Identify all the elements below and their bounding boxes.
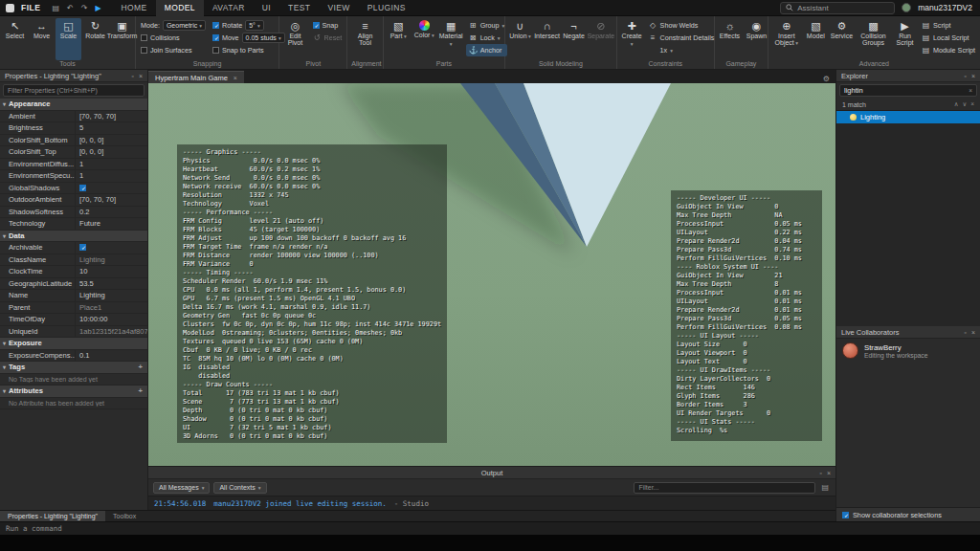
parts-small-button[interactable]: ⚓ Anchor [466,44,508,56]
align-tool-button[interactable]: ≡ Align Tool [349,18,380,60]
script-button[interactable]: ▤ Local Script [919,32,978,44]
advanced-button[interactable]: ⊕ Insert Object [770,18,803,60]
advanced-button[interactable]: ▶ Run Script [892,18,918,60]
property-row[interactable]: EnvironmentDiffus... 1 + [0,159,147,171]
redo-icon[interactable]: ↷ [78,4,92,12]
property-value[interactable]: [0, 0, 0] [79,136,103,144]
property-value[interactable]: 53.5 [79,279,94,288]
menu-tab[interactable]: VIEW [319,0,358,16]
parts-button[interactable]: Color [412,18,437,60]
property-row[interactable]: GeographicLatitude 53.5 + [0,278,147,291]
output-filter-input[interactable]: Filter... [634,482,815,494]
property-row[interactable]: Data + [0,231,147,243]
menu-tab[interactable]: PLUGINS [359,0,414,16]
gameplay-button[interactable]: ☼ Effects [717,18,743,60]
file-menu[interactable]: FILE [19,3,48,12]
solid-modeling-button[interactable]: ⊘ Separate [588,18,614,60]
menu-tab[interactable]: HOME [113,0,156,16]
property-row[interactable]: GlobalShadows + [0,183,147,195]
viewport-tab[interactable]: Hypertram Main Game × [148,71,244,83]
play-icon[interactable]: ▶ [91,4,104,12]
snap-to-parts-checkbox[interactable] [212,47,219,54]
solid-modeling-button[interactable]: ∪ Union [507,18,533,60]
parts-small-button[interactable]: ⊞ Group [466,19,508,32]
property-value[interactable]: 0.2 [79,208,90,216]
create-constraint-button[interactable]: ✚ Create [619,18,645,60]
bottom-tab[interactable]: Toolbox [105,511,144,521]
filter-properties-input[interactable]: Filter Properties (Ctrl+Shift+P) [3,84,145,97]
property-row[interactable]: Attributes + [0,386,147,398]
constraints-small-button[interactable]: ≡ Constraint Details [646,32,718,44]
float-panel-icon[interactable]: ▫ [131,73,133,79]
menu-tab[interactable]: AVATAR [204,0,254,16]
property-row[interactable]: Tags + [0,362,147,374]
clear-matches-icon[interactable]: × [970,100,974,108]
close-icon[interactable]: × [139,73,143,79]
rotate-snap-input[interactable]: 5°▾ [245,20,263,31]
advanced-button[interactable]: ▧ Model [803,18,829,60]
close-icon[interactable]: × [971,329,975,336]
snap-to-parts-toggle[interactable]: Snap to Parts [210,44,288,56]
property-value[interactable]: Lighting [79,255,105,264]
float-panel-icon[interactable]: ▫ [964,329,966,336]
property-row[interactable]: ClockTime 10 + [0,266,147,278]
parts-button[interactable]: ▦ Material [437,18,465,60]
prev-match-icon[interactable]: ∧ [954,100,959,108]
property-value[interactable]: 1ab12315f21a4af8074f... [79,327,147,336]
property-row[interactable]: Appearance + [0,99,147,111]
menu-tab[interactable]: TEST [279,0,319,16]
property-row[interactable]: Ambient [70, 70, 70] + [0,111,147,123]
advanced-button[interactable]: ▩ Collision Groups [855,18,892,60]
close-icon[interactable]: × [234,75,237,81]
show-selections-checkbox[interactable] [842,512,849,518]
output-message[interactable]: 21:54:56.018 manu2317DV2 joined live edi… [154,499,830,508]
menu-tab[interactable]: UI [254,0,279,16]
gameplay-button[interactable]: ◉ Spawn [744,18,769,60]
property-row[interactable]: UniqueId 1ab12315f21a4af8074f... + [0,326,147,339]
collisions-checkbox[interactable] [141,34,147,41]
property-checkbox[interactable] [79,244,86,251]
rotate-snap-checkbox[interactable] [212,22,219,29]
tool-button[interactable]: ↖ Select [2,18,28,60]
property-value[interactable]: 1 [79,171,83,180]
assistant-search[interactable]: Assistant [780,2,895,14]
pivot-reset-button[interactable]: ↺ Reset [310,32,345,44]
property-row[interactable]: Archivable + [0,242,147,254]
property-row[interactable]: OutdoorAmbient [70, 70, 70] + [0,194,147,207]
close-icon[interactable]: × [971,73,975,79]
property-value[interactable]: [0, 0, 0] [79,147,103,156]
property-value[interactable]: Place1 [79,303,101,312]
solid-modeling-button[interactable]: ∩ Intersect [534,18,560,60]
join-surfaces-toggle[interactable]: Join Surfaces [138,44,209,56]
float-panel-icon[interactable]: ▫ [819,470,821,476]
add-icon[interactable]: + [139,363,147,371]
close-icon[interactable]: × [827,470,831,476]
constraints-small-button[interactable]: 1x [646,44,718,56]
property-value[interactable]: 10:00:00 [79,315,108,323]
viewport-settings-gear-icon[interactable]: ⚙ [817,75,835,83]
snap-mode-dropdown[interactable]: Mode: Geometric▾ [138,19,209,32]
property-row[interactable]: EnvironmentSpecu... 1 + [0,170,147,183]
clear-search-icon[interactable]: × [969,87,972,94]
next-match-icon[interactable]: ∨ [962,100,967,108]
property-row[interactable]: Name Lighting + [0,290,147,302]
collisions-toggle[interactable]: Collisions [138,32,209,44]
tool-button[interactable]: ▣ Transform [109,18,135,60]
move-snap-row[interactable]: Move 0.05 studs▾ [210,32,288,44]
pivot-snap-checkbox[interactable] [313,22,320,29]
property-row[interactable]: Brightness 5 + [0,122,147,135]
save-icon[interactable]: ▤ [48,4,63,12]
tool-button[interactable]: ◱ Scale [56,18,81,60]
show-collaborator-selections-toggle[interactable]: Show collaborator selections [836,507,980,521]
script-button[interactable]: ▤ Module Script [919,44,978,56]
property-row[interactable]: ColorShift_Bottom [0, 0, 0] + [0,135,147,147]
parts-small-button[interactable]: ⊠ Lock [466,32,508,44]
property-value[interactable]: 1 [79,160,83,168]
collaborator-item[interactable]: StrawBerry Editing the workspace [836,339,980,363]
add-icon[interactable]: + [139,386,147,395]
menu-tab[interactable]: MODEL [156,0,204,16]
property-row[interactable]: ShadowSoftness 0.2 + [0,207,147,219]
property-value[interactable]: Lighting [79,291,105,299]
clipboard-icon[interactable]: ▤ [819,483,831,492]
property-row[interactable]: No Attribute has been added yet + [0,398,147,410]
